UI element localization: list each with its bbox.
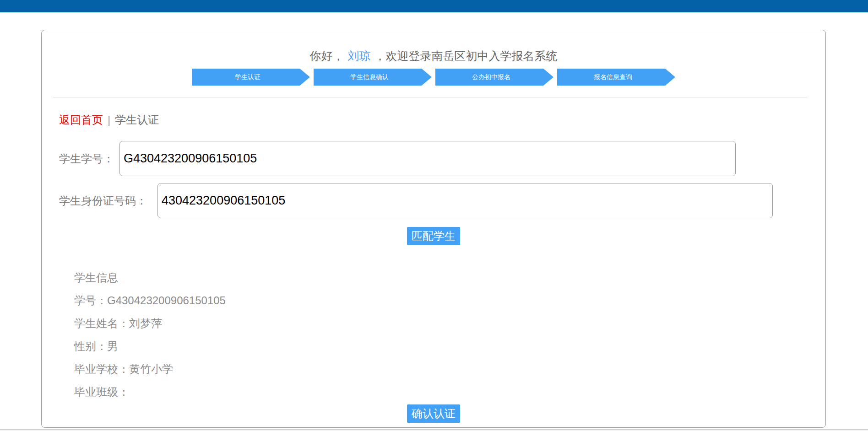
info-value: 黄竹小学 <box>129 363 173 375</box>
info-label: 学号： <box>74 294 107 307</box>
info-row-student-name: 学生姓名：刘梦萍 <box>74 312 226 335</box>
step-label: 公办初中报名 <box>472 73 510 81</box>
breadcrumb-separator: | <box>108 113 110 126</box>
back-home-link[interactable]: 返回首页 <box>59 113 103 126</box>
id-card-input[interactable] <box>157 183 773 218</box>
student-no-label: 学生学号： <box>59 141 114 176</box>
greeting-suffix: ，欢迎登录南岳区初中入学报名系统 <box>374 49 558 62</box>
info-value: 刘梦萍 <box>129 317 162 329</box>
step-navigation: 学生认证 学生信息确认 公办初中报名 报名信息查询 <box>42 69 825 86</box>
greeting-line: 你好，刘琼，欢迎登录南岳区初中入学报名系统 <box>42 48 825 64</box>
info-label: 毕业班级： <box>74 386 129 398</box>
step-registration-query[interactable]: 报名信息查询 <box>557 69 675 86</box>
step-public-school-apply[interactable]: 公办初中报名 <box>435 69 553 86</box>
step-label: 学生认证 <box>235 73 260 81</box>
student-no-input[interactable] <box>119 141 736 176</box>
main-card: 你好，刘琼，欢迎登录南岳区初中入学报名系统 学生认证 学生信息确认 公办初中报名… <box>41 30 826 428</box>
confirm-auth-button[interactable]: 确认认证 <box>407 404 460 423</box>
info-row-gender: 性别：男 <box>74 335 226 358</box>
student-info-title: 学生信息 <box>74 266 226 289</box>
info-label: 性别： <box>74 340 107 352</box>
match-button-row: 匹配学生 <box>42 227 825 245</box>
footer-strip <box>0 429 868 431</box>
greeting-prefix: 你好， <box>310 49 344 62</box>
step-label: 报名信息查询 <box>594 73 632 81</box>
info-label: 学生姓名： <box>74 317 129 329</box>
top-blue-bar <box>0 0 868 12</box>
confirm-button-row: 确认认证 <box>42 404 825 423</box>
info-row-student-no: 学号：G430423200906150105 <box>74 289 226 312</box>
breadcrumb: 返回首页|学生认证 <box>59 113 159 127</box>
id-card-label: 学生身份证号码： <box>59 183 147 218</box>
info-label: 毕业学校： <box>74 363 129 375</box>
current-page-title: 学生认证 <box>115 113 159 126</box>
info-row-graduate-class: 毕业班级： <box>74 381 226 404</box>
step-info-confirm[interactable]: 学生信息确认 <box>314 69 432 86</box>
student-info-panel: 学生信息 学号：G430423200906150105 学生姓名：刘梦萍 性别：… <box>74 266 226 404</box>
step-label: 学生信息确认 <box>350 73 389 81</box>
match-student-button[interactable]: 匹配学生 <box>407 227 460 245</box>
info-value: 男 <box>107 340 118 352</box>
info-value: G430423200906150105 <box>107 294 226 307</box>
info-row-graduate-school: 毕业学校：黄竹小学 <box>74 358 226 381</box>
username-link[interactable]: 刘琼 <box>348 49 371 62</box>
horizontal-divider <box>53 97 807 97</box>
step-student-auth[interactable]: 学生认证 <box>192 69 310 86</box>
